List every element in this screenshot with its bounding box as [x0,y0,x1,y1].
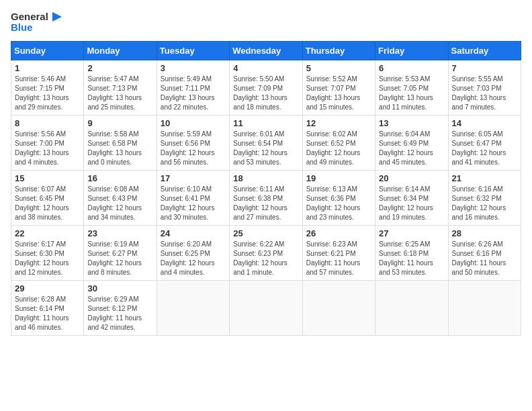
calendar-cell: 28Sunrise: 6:26 AM Sunset: 6:16 PM Dayli… [448,226,521,281]
day-info: Sunrise: 6:20 AM Sunset: 6:25 PM Dayligh… [161,240,226,277]
calendar-cell: 6Sunrise: 5:53 AM Sunset: 7:05 PM Daylig… [375,60,448,116]
day-info: Sunrise: 6:28 AM Sunset: 6:14 PM Dayligh… [15,295,80,332]
calendar-cell [230,281,302,336]
day-number: 29 [15,283,80,293]
weekday-header-tuesday: Tuesday [157,42,229,60]
logo-text-block: General Blue [11,11,62,33]
calendar-cell: 12Sunrise: 6:02 AM Sunset: 6:52 PM Dayli… [302,116,375,171]
weekday-header-row: SundayMondayTuesdayWednesdayThursdayFrid… [11,42,521,60]
day-number: 10 [161,118,226,128]
calendar-cell: 3Sunrise: 5:49 AM Sunset: 7:11 PM Daylig… [157,60,229,116]
logo-triangle-icon [50,11,62,23]
calendar-week-row: 29Sunrise: 6:28 AM Sunset: 6:14 PM Dayli… [11,281,521,336]
calendar-cell: 21Sunrise: 6:16 AM Sunset: 6:32 PM Dayli… [448,171,521,226]
calendar-cell: 22Sunrise: 6:17 AM Sunset: 6:30 PM Dayli… [11,226,84,281]
svg-marker-0 [52,12,62,21]
day-info: Sunrise: 6:10 AM Sunset: 6:41 PM Dayligh… [161,185,226,222]
calendar-week-row: 8Sunrise: 5:56 AM Sunset: 7:00 PM Daylig… [11,116,521,171]
day-number: 5 [306,63,371,73]
logo: General Blue [11,11,62,33]
calendar-cell: 14Sunrise: 6:05 AM Sunset: 6:47 PM Dayli… [448,116,521,171]
day-info: Sunrise: 6:29 AM Sunset: 6:12 PM Dayligh… [87,295,152,332]
calendar-week-row: 15Sunrise: 6:07 AM Sunset: 6:45 PM Dayli… [11,171,521,226]
weekday-header-thursday: Thursday [302,42,375,60]
logo-blue: Blue [11,21,33,33]
calendar-cell: 13Sunrise: 6:04 AM Sunset: 6:49 PM Dayli… [375,116,448,171]
day-number: 17 [161,173,226,183]
day-info: Sunrise: 5:47 AM Sunset: 7:13 PM Dayligh… [87,75,152,112]
day-number: 7 [452,63,517,73]
calendar-cell: 17Sunrise: 6:10 AM Sunset: 6:41 PM Dayli… [157,171,229,226]
day-number: 15 [15,173,80,183]
day-number: 13 [379,118,444,128]
day-info: Sunrise: 6:13 AM Sunset: 6:36 PM Dayligh… [306,185,371,222]
calendar-cell [448,281,521,336]
calendar-cell: 9Sunrise: 5:58 AM Sunset: 6:58 PM Daylig… [84,116,157,171]
calendar-cell: 20Sunrise: 6:14 AM Sunset: 6:34 PM Dayli… [375,171,448,226]
weekday-header-saturday: Saturday [448,42,521,60]
day-info: Sunrise: 6:04 AM Sunset: 6:49 PM Dayligh… [379,130,444,167]
day-info: Sunrise: 6:14 AM Sunset: 6:34 PM Dayligh… [379,185,444,222]
day-info: Sunrise: 5:49 AM Sunset: 7:11 PM Dayligh… [161,75,226,112]
day-number: 12 [306,118,371,128]
calendar-cell: 2Sunrise: 5:47 AM Sunset: 7:13 PM Daylig… [84,60,157,116]
calendar-cell: 29Sunrise: 6:28 AM Sunset: 6:14 PM Dayli… [11,281,84,336]
day-info: Sunrise: 5:58 AM Sunset: 6:58 PM Dayligh… [87,130,152,167]
calendar-cell: 27Sunrise: 6:25 AM Sunset: 6:18 PM Dayli… [375,226,448,281]
day-info: Sunrise: 6:16 AM Sunset: 6:32 PM Dayligh… [452,185,517,222]
day-number: 22 [15,228,80,238]
calendar-cell: 23Sunrise: 6:19 AM Sunset: 6:27 PM Dayli… [84,226,157,281]
day-number: 9 [87,118,152,128]
day-number: 16 [87,173,152,183]
day-number: 11 [233,118,298,128]
day-info: Sunrise: 6:02 AM Sunset: 6:52 PM Dayligh… [306,130,371,167]
calendar-cell: 4Sunrise: 5:50 AM Sunset: 7:09 PM Daylig… [230,60,302,116]
calendar-cell: 16Sunrise: 6:08 AM Sunset: 6:43 PM Dayli… [84,171,157,226]
day-info: Sunrise: 6:23 AM Sunset: 6:21 PM Dayligh… [306,240,371,277]
day-number: 27 [379,228,444,238]
calendar-cell: 8Sunrise: 5:56 AM Sunset: 7:00 PM Daylig… [11,116,84,171]
day-number: 30 [87,283,152,293]
calendar-cell: 25Sunrise: 6:22 AM Sunset: 6:23 PM Dayli… [230,226,302,281]
calendar-cell: 18Sunrise: 6:11 AM Sunset: 6:38 PM Dayli… [230,171,302,226]
calendar-week-row: 22Sunrise: 6:17 AM Sunset: 6:30 PM Dayli… [11,226,521,281]
day-info: Sunrise: 5:52 AM Sunset: 7:07 PM Dayligh… [306,75,371,112]
day-number: 1 [15,63,80,73]
day-info: Sunrise: 5:56 AM Sunset: 7:00 PM Dayligh… [15,130,80,167]
calendar-week-row: 1Sunrise: 5:46 AM Sunset: 7:15 PM Daylig… [11,60,521,116]
calendar-cell: 19Sunrise: 6:13 AM Sunset: 6:36 PM Dayli… [302,171,375,226]
calendar-cell: 30Sunrise: 6:29 AM Sunset: 6:12 PM Dayli… [84,281,157,336]
day-info: Sunrise: 6:26 AM Sunset: 6:16 PM Dayligh… [452,240,517,277]
day-info: Sunrise: 6:19 AM Sunset: 6:27 PM Dayligh… [87,240,152,277]
day-info: Sunrise: 5:46 AM Sunset: 7:15 PM Dayligh… [15,75,80,112]
calendar-cell: 5Sunrise: 5:52 AM Sunset: 7:07 PM Daylig… [302,60,375,116]
day-number: 25 [233,228,298,238]
day-number: 20 [379,173,444,183]
day-info: Sunrise: 5:50 AM Sunset: 7:09 PM Dayligh… [233,75,298,112]
calendar-cell: 24Sunrise: 6:20 AM Sunset: 6:25 PM Dayli… [157,226,229,281]
calendar-cell: 15Sunrise: 6:07 AM Sunset: 6:45 PM Dayli… [11,171,84,226]
day-info: Sunrise: 6:05 AM Sunset: 6:47 PM Dayligh… [452,130,517,167]
weekday-header-monday: Monday [84,42,157,60]
calendar-cell: 1Sunrise: 5:46 AM Sunset: 7:15 PM Daylig… [11,60,84,116]
calendar-cell: 11Sunrise: 6:01 AM Sunset: 6:54 PM Dayli… [230,116,302,171]
day-info: Sunrise: 6:17 AM Sunset: 6:30 PM Dayligh… [15,240,80,277]
day-number: 4 [233,63,298,73]
day-number: 6 [379,63,444,73]
page-header: General Blue [11,11,521,33]
day-info: Sunrise: 6:25 AM Sunset: 6:18 PM Dayligh… [379,240,444,277]
day-info: Sunrise: 5:59 AM Sunset: 6:56 PM Dayligh… [161,130,226,167]
day-info: Sunrise: 6:08 AM Sunset: 6:43 PM Dayligh… [87,185,152,222]
calendar-cell [375,281,448,336]
calendar-cell: 26Sunrise: 6:23 AM Sunset: 6:21 PM Dayli… [302,226,375,281]
calendar-cell: 10Sunrise: 5:59 AM Sunset: 6:56 PM Dayli… [157,116,229,171]
day-number: 19 [306,173,371,183]
weekday-header-sunday: Sunday [11,42,84,60]
day-info: Sunrise: 6:07 AM Sunset: 6:45 PM Dayligh… [15,185,80,222]
day-number: 2 [87,63,152,73]
day-number: 3 [161,63,226,73]
calendar-cell: 7Sunrise: 5:55 AM Sunset: 7:03 PM Daylig… [448,60,521,116]
calendar-cell [157,281,229,336]
day-info: Sunrise: 6:22 AM Sunset: 6:23 PM Dayligh… [233,240,298,277]
weekday-header-friday: Friday [375,42,448,60]
